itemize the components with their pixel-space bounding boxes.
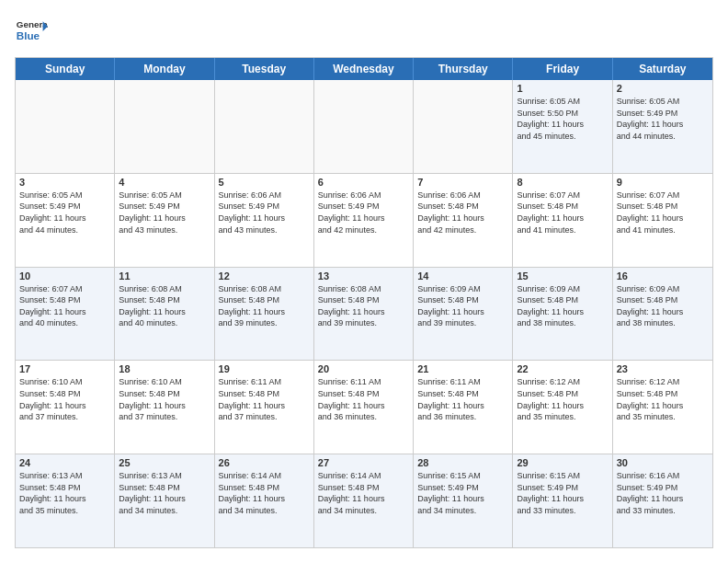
day-cell-26: 26Sunrise: 6:14 AMSunset: 5:48 PMDayligh… (215, 454, 314, 547)
day-info: Sunrise: 6:12 AMSunset: 5:48 PMDaylight:… (517, 376, 608, 422)
day-number: 24 (19, 457, 110, 468)
calendar: SundayMondayTuesdayWednesdayThursdayFrid… (15, 57, 713, 548)
empty-cell (215, 80, 314, 173)
day-number: 16 (617, 270, 709, 282)
header-day-thursday: Thursday (414, 58, 513, 80)
day-cell-7: 7Sunrise: 6:06 AMSunset: 5:48 PMDaylight… (414, 174, 513, 267)
day-info: Sunrise: 6:09 AMSunset: 5:48 PMDaylight:… (517, 283, 608, 329)
day-info: Sunrise: 6:08 AMSunset: 5:48 PMDaylight:… (219, 283, 310, 329)
day-info: Sunrise: 6:07 AMSunset: 5:48 PMDaylight:… (19, 283, 110, 329)
empty-cell (414, 80, 513, 173)
day-number: 21 (417, 363, 508, 374)
calendar-row-3: 17Sunrise: 6:10 AMSunset: 5:48 PMDayligh… (16, 361, 712, 454)
day-number: 3 (19, 177, 110, 188)
day-cell-8: 8Sunrise: 6:07 AMSunset: 5:48 PMDaylight… (513, 174, 612, 267)
day-info: Sunrise: 6:11 AMSunset: 5:48 PMDaylight:… (417, 376, 508, 422)
day-number: 5 (219, 177, 310, 188)
calendar-row-0: 1Sunrise: 6:05 AMSunset: 5:50 PMDaylight… (16, 80, 712, 174)
header-day-friday: Friday (513, 58, 612, 80)
day-cell-6: 6Sunrise: 6:06 AMSunset: 5:49 PMDaylight… (314, 174, 414, 267)
empty-cell (16, 80, 115, 173)
calendar-body: 1Sunrise: 6:05 AMSunset: 5:50 PMDaylight… (16, 80, 712, 547)
day-number: 9 (617, 177, 709, 188)
day-info: Sunrise: 6:08 AMSunset: 5:48 PMDaylight:… (119, 283, 210, 329)
day-cell-23: 23Sunrise: 6:12 AMSunset: 5:48 PMDayligh… (613, 361, 712, 454)
day-cell-19: 19Sunrise: 6:11 AMSunset: 5:48 PMDayligh… (215, 361, 314, 454)
day-info: Sunrise: 6:10 AMSunset: 5:48 PMDaylight:… (119, 376, 210, 422)
day-number: 27 (318, 457, 409, 468)
day-number: 28 (417, 457, 508, 468)
day-number: 2 (617, 83, 709, 94)
day-cell-22: 22Sunrise: 6:12 AMSunset: 5:48 PMDayligh… (513, 361, 612, 454)
header-day-wednesday: Wednesday (314, 58, 414, 80)
calendar-row-2: 10Sunrise: 6:07 AMSunset: 5:48 PMDayligh… (16, 268, 712, 362)
day-number: 30 (617, 457, 709, 468)
day-number: 7 (417, 177, 508, 188)
day-info: Sunrise: 6:15 AMSunset: 5:49 PMDaylight:… (417, 470, 508, 516)
logo-icon: General Blue (15, 15, 48, 48)
day-number: 22 (517, 363, 608, 374)
day-cell-25: 25Sunrise: 6:13 AMSunset: 5:48 PMDayligh… (115, 454, 214, 547)
day-info: Sunrise: 6:14 AMSunset: 5:48 PMDaylight:… (219, 470, 310, 516)
day-number: 19 (219, 363, 310, 374)
day-cell-1: 1Sunrise: 6:05 AMSunset: 5:50 PMDaylight… (513, 80, 612, 173)
day-info: Sunrise: 6:07 AMSunset: 5:48 PMDaylight:… (517, 190, 608, 236)
day-info: Sunrise: 6:05 AMSunset: 5:50 PMDaylight:… (517, 96, 608, 142)
day-info: Sunrise: 6:06 AMSunset: 5:49 PMDaylight:… (219, 190, 310, 236)
day-number: 14 (417, 270, 508, 282)
day-cell-18: 18Sunrise: 6:10 AMSunset: 5:48 PMDayligh… (115, 361, 214, 454)
page: General Blue SundayMondayTuesdayWednesda… (0, 0, 728, 563)
day-info: Sunrise: 6:05 AMSunset: 5:49 PMDaylight:… (617, 96, 709, 142)
day-number: 18 (119, 363, 210, 374)
day-cell-21: 21Sunrise: 6:11 AMSunset: 5:48 PMDayligh… (414, 361, 513, 454)
day-info: Sunrise: 6:07 AMSunset: 5:48 PMDaylight:… (617, 190, 709, 236)
day-number: 20 (318, 363, 409, 374)
day-cell-28: 28Sunrise: 6:15 AMSunset: 5:49 PMDayligh… (414, 454, 513, 547)
day-cell-9: 9Sunrise: 6:07 AMSunset: 5:48 PMDaylight… (613, 174, 712, 267)
day-number: 8 (517, 177, 608, 188)
logo: General Blue (15, 15, 48, 48)
empty-cell (115, 80, 214, 173)
day-info: Sunrise: 6:15 AMSunset: 5:49 PMDaylight:… (517, 470, 608, 516)
day-number: 25 (119, 457, 210, 468)
day-cell-17: 17Sunrise: 6:10 AMSunset: 5:48 PMDayligh… (16, 361, 115, 454)
day-cell-29: 29Sunrise: 6:15 AMSunset: 5:49 PMDayligh… (513, 454, 612, 547)
day-number: 6 (318, 177, 409, 188)
day-info: Sunrise: 6:05 AMSunset: 5:49 PMDaylight:… (19, 190, 110, 236)
calendar-row-4: 24Sunrise: 6:13 AMSunset: 5:48 PMDayligh… (16, 454, 712, 547)
day-number: 12 (219, 270, 310, 282)
day-number: 29 (517, 457, 608, 468)
day-info: Sunrise: 6:06 AMSunset: 5:49 PMDaylight:… (318, 190, 409, 236)
day-cell-20: 20Sunrise: 6:11 AMSunset: 5:48 PMDayligh… (314, 361, 414, 454)
day-number: 26 (219, 457, 310, 468)
day-info: Sunrise: 6:09 AMSunset: 5:48 PMDaylight:… (417, 283, 508, 329)
header-day-tuesday: Tuesday (215, 58, 314, 80)
header-day-saturday: Saturday (613, 58, 712, 80)
day-cell-27: 27Sunrise: 6:14 AMSunset: 5:48 PMDayligh… (314, 454, 414, 547)
header-day-monday: Monday (115, 58, 214, 80)
day-number: 4 (119, 177, 210, 188)
day-number: 1 (517, 83, 608, 94)
day-info: Sunrise: 6:11 AMSunset: 5:48 PMDaylight:… (318, 376, 409, 422)
calendar-row-1: 3Sunrise: 6:05 AMSunset: 5:49 PMDaylight… (16, 174, 712, 268)
svg-text:Blue: Blue (17, 29, 40, 41)
day-cell-3: 3Sunrise: 6:05 AMSunset: 5:49 PMDaylight… (16, 174, 115, 267)
day-number: 10 (19, 270, 110, 282)
calendar-header: SundayMondayTuesdayWednesdayThursdayFrid… (16, 58, 712, 80)
day-number: 17 (19, 363, 110, 374)
header-day-sunday: Sunday (16, 58, 115, 80)
day-cell-14: 14Sunrise: 6:09 AMSunset: 5:48 PMDayligh… (414, 268, 513, 361)
day-cell-16: 16Sunrise: 6:09 AMSunset: 5:48 PMDayligh… (613, 268, 712, 361)
empty-cell (314, 80, 414, 173)
day-cell-2: 2Sunrise: 6:05 AMSunset: 5:49 PMDaylight… (613, 80, 712, 173)
day-info: Sunrise: 6:11 AMSunset: 5:48 PMDaylight:… (219, 376, 310, 422)
day-info: Sunrise: 6:14 AMSunset: 5:48 PMDaylight:… (318, 470, 409, 516)
day-cell-24: 24Sunrise: 6:13 AMSunset: 5:48 PMDayligh… (16, 454, 115, 547)
day-cell-13: 13Sunrise: 6:08 AMSunset: 5:48 PMDayligh… (314, 268, 414, 361)
day-info: Sunrise: 6:08 AMSunset: 5:48 PMDaylight:… (318, 283, 409, 329)
day-info: Sunrise: 6:12 AMSunset: 5:48 PMDaylight:… (617, 376, 709, 422)
day-cell-30: 30Sunrise: 6:16 AMSunset: 5:49 PMDayligh… (613, 454, 712, 547)
day-cell-4: 4Sunrise: 6:05 AMSunset: 5:49 PMDaylight… (115, 174, 214, 267)
day-cell-5: 5Sunrise: 6:06 AMSunset: 5:49 PMDaylight… (215, 174, 314, 267)
header: General Blue (15, 15, 713, 48)
